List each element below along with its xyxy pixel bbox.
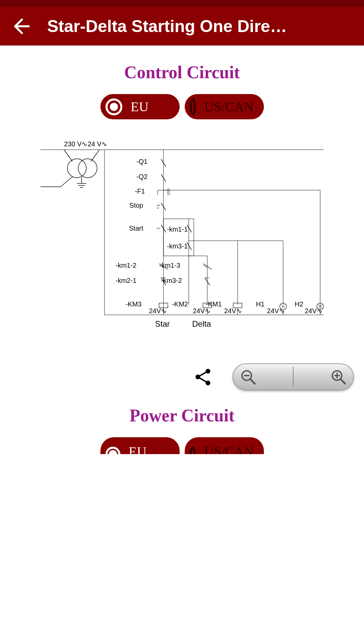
label-stop: Stop [129,202,143,209]
diagram-controls [0,363,364,390]
label-H1: H1 [256,300,265,308]
label-KM3: -KM3 [125,300,142,308]
label-24v-km1: 24V∿ [224,307,242,315]
label-q1: -Q1 [136,158,148,165]
label-f1: -F1 [135,187,145,195]
control-circuit-diagram: 230 V∿ 24 V∿ -Q1 -Q2 -F1 [0,136,364,330]
radio-selected-icon [105,447,120,454]
status-bar [0,0,364,7]
toggle-label: US/CAN [204,99,254,115]
toggle-label: US/CAN [204,444,254,454]
label-24v-h1: 24V∿ [267,307,285,315]
zoom-out-button[interactable] [233,364,293,390]
toggle-uscan-control[interactable]: US/CAN [185,94,264,119]
label-start: Start [129,225,144,232]
svg-line-61 [198,377,208,383]
label-KM2: -KM2 [172,300,188,308]
label-km1-2: -km1-2 [116,262,136,269]
zoom-in-icon [330,369,346,385]
toggle-label: EU [131,99,149,115]
svg-point-3 [67,159,86,178]
section-title-power: Power Circuit [0,406,364,425]
toggle-eu-power[interactable]: EU [100,437,180,454]
label-24v-km3: 24V∿ [149,307,167,315]
label-24v-h2: 24V∿ [305,307,323,315]
back-arrow-icon[interactable] [10,16,30,36]
label-KM1: -KM1 [206,300,222,308]
label-delta: Delta [192,319,211,328]
label-km2-1: -km2-1 [116,277,136,284]
svg-line-36 [203,265,207,268]
zoom-in-button[interactable] [294,364,353,390]
label-H2: H2 [295,300,303,308]
svg-point-4 [78,159,97,178]
toggle-uscan-power[interactable]: US/CAN [185,437,264,454]
svg-rect-24 [163,219,194,256]
svg-line-2 [91,150,99,161]
control-toggle-row: EU US/CAN [0,94,364,119]
toggle-label: EU [129,444,147,454]
share-icon[interactable] [194,368,212,386]
label-star: Star [155,319,170,328]
svg-line-5 [61,177,72,187]
label-km1-3: -km1-3 [159,262,180,269]
label-km3-1: -km3-1 [167,242,188,250]
label-24v-km2: 24V∿ [193,307,211,315]
zoom-out-icon [240,369,256,385]
label-230v: 230 V∿ [64,140,87,148]
zoom-control [233,363,354,390]
label-km1-1: -km1-1 [167,226,188,233]
svg-line-60 [198,371,208,377]
svg-line-63 [250,379,255,384]
svg-line-66 [340,379,345,384]
radio-unselected-icon [190,447,196,454]
app-bar: Star-Delta Starting One Dire… [0,7,364,46]
toggle-eu-control[interactable]: EU [100,94,180,119]
page-title: Star-Delta Starting One Dire… [47,17,287,36]
svg-line-1 [64,150,72,161]
section-title-control: Control Circuit [0,62,364,82]
label-km3-2: -km3-2 [161,277,182,284]
label-24v: 24 V∿ [88,140,107,148]
radio-selected-icon [105,98,122,115]
power-toggle-row: EU US/CAN [0,437,364,454]
radio-unselected-icon [190,98,196,115]
label-q2: -Q2 [136,173,148,180]
